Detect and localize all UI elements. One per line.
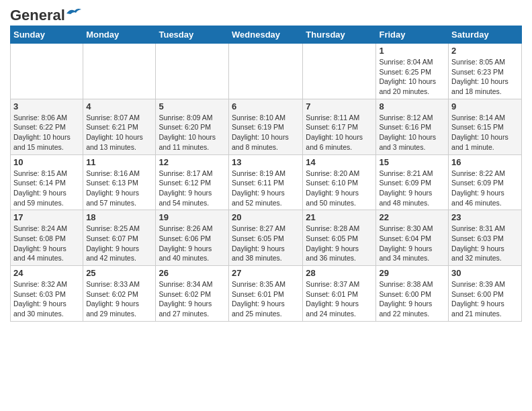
logo: General	[10, 7, 81, 20]
day-info: Sunrise: 8:28 AM Sunset: 6:05 PM Dayligh…	[306, 224, 373, 263]
day-info: Sunrise: 8:27 AM Sunset: 6:05 PM Dayligh…	[232, 224, 300, 263]
calendar-cell: 22Sunrise: 8:30 AM Sunset: 6:04 PM Dayli…	[376, 210, 449, 266]
day-number: 21	[306, 212, 373, 222]
logo-bird-icon	[66, 8, 81, 20]
calendar-cell: 26Sunrise: 8:34 AM Sunset: 6:02 PM Dayli…	[156, 266, 229, 322]
week-row-2: 3Sunrise: 8:06 AM Sunset: 6:22 PM Daylig…	[11, 99, 522, 154]
calendar-cell: 21Sunrise: 8:28 AM Sunset: 6:05 PM Dayli…	[303, 210, 376, 266]
day-number: 8	[379, 101, 445, 111]
day-info: Sunrise: 8:05 AM Sunset: 6:23 PM Dayligh…	[451, 57, 519, 97]
week-row-3: 10Sunrise: 8:15 AM Sunset: 6:14 PM Dayli…	[11, 154, 522, 210]
day-number: 3	[13, 101, 80, 111]
calendar-page: General SundayMondayTuesdayWednesdayThur…	[0, 0, 532, 332]
day-number: 12	[159, 157, 226, 167]
day-info: Sunrise: 8:07 AM Sunset: 6:21 PM Dayligh…	[86, 113, 152, 152]
day-info: Sunrise: 8:14 AM Sunset: 6:15 PM Dayligh…	[451, 113, 519, 152]
week-row-1: 1Sunrise: 8:04 AM Sunset: 6:25 PM Daylig…	[11, 44, 522, 99]
calendar-cell: 15Sunrise: 8:21 AM Sunset: 6:09 PM Dayli…	[376, 154, 449, 210]
day-number: 10	[13, 157, 80, 167]
calendar-cell: 6Sunrise: 8:10 AM Sunset: 6:19 PM Daylig…	[229, 99, 303, 154]
calendar-cell	[303, 44, 376, 99]
calendar-cell: 10Sunrise: 8:15 AM Sunset: 6:14 PM Dayli…	[11, 154, 83, 210]
calendar-cell: 8Sunrise: 8:12 AM Sunset: 6:16 PM Daylig…	[376, 99, 449, 154]
day-number: 2	[451, 46, 519, 56]
calendar-cell: 24Sunrise: 8:32 AM Sunset: 6:03 PM Dayli…	[11, 266, 83, 322]
calendar-cell: 5Sunrise: 8:09 AM Sunset: 6:20 PM Daylig…	[156, 99, 229, 154]
day-info: Sunrise: 8:22 AM Sunset: 6:09 PM Dayligh…	[451, 169, 519, 208]
calendar-cell: 27Sunrise: 8:35 AM Sunset: 6:01 PM Dayli…	[229, 266, 303, 322]
day-header-monday: Monday	[83, 26, 156, 44]
day-number: 22	[379, 212, 445, 222]
day-number: 24	[13, 268, 80, 278]
day-number: 4	[86, 101, 152, 111]
calendar-cell: 14Sunrise: 8:20 AM Sunset: 6:10 PM Dayli…	[303, 154, 376, 210]
day-number: 19	[159, 212, 226, 222]
week-row-5: 24Sunrise: 8:32 AM Sunset: 6:03 PM Dayli…	[11, 266, 522, 322]
calendar-cell: 13Sunrise: 8:19 AM Sunset: 6:11 PM Dayli…	[229, 154, 303, 210]
day-info: Sunrise: 8:35 AM Sunset: 6:01 PM Dayligh…	[232, 279, 300, 319]
day-number: 15	[379, 157, 445, 167]
day-number: 9	[451, 101, 519, 111]
day-info: Sunrise: 8:21 AM Sunset: 6:09 PM Dayligh…	[379, 169, 445, 208]
day-header-friday: Friday	[376, 26, 449, 44]
calendar-cell: 18Sunrise: 8:25 AM Sunset: 6:07 PM Dayli…	[83, 210, 156, 266]
day-number: 25	[86, 268, 152, 278]
calendar-cell: 28Sunrise: 8:37 AM Sunset: 6:01 PM Dayli…	[303, 266, 376, 322]
day-number: 7	[306, 101, 373, 111]
day-info: Sunrise: 8:06 AM Sunset: 6:22 PM Dayligh…	[13, 113, 80, 152]
calendar-cell: 19Sunrise: 8:26 AM Sunset: 6:06 PM Dayli…	[156, 210, 229, 266]
day-number: 26	[159, 268, 226, 278]
day-number: 30	[451, 268, 519, 278]
day-number: 17	[13, 212, 80, 222]
calendar-cell: 1Sunrise: 8:04 AM Sunset: 6:25 PM Daylig…	[376, 44, 449, 99]
calendar-cell: 20Sunrise: 8:27 AM Sunset: 6:05 PM Dayli…	[229, 210, 303, 266]
calendar-cell: 30Sunrise: 8:39 AM Sunset: 6:00 PM Dayli…	[449, 266, 522, 322]
day-info: Sunrise: 8:15 AM Sunset: 6:14 PM Dayligh…	[13, 169, 80, 208]
day-header-sunday: Sunday	[11, 26, 83, 44]
day-info: Sunrise: 8:33 AM Sunset: 6:02 PM Dayligh…	[86, 279, 152, 319]
day-info: Sunrise: 8:39 AM Sunset: 6:00 PM Dayligh…	[451, 279, 519, 319]
day-number: 16	[451, 157, 519, 167]
calendar-cell: 16Sunrise: 8:22 AM Sunset: 6:09 PM Dayli…	[449, 154, 522, 210]
calendar-cell	[156, 44, 229, 99]
day-number: 11	[86, 157, 152, 167]
days-header-row: SundayMondayTuesdayWednesdayThursdayFrid…	[11, 26, 522, 44]
calendar-cell: 7Sunrise: 8:11 AM Sunset: 6:17 PM Daylig…	[303, 99, 376, 154]
calendar-cell: 12Sunrise: 8:17 AM Sunset: 6:12 PM Dayli…	[156, 154, 229, 210]
day-info: Sunrise: 8:34 AM Sunset: 6:02 PM Dayligh…	[159, 279, 226, 319]
day-info: Sunrise: 8:30 AM Sunset: 6:04 PM Dayligh…	[379, 224, 445, 263]
calendar-cell: 29Sunrise: 8:38 AM Sunset: 6:00 PM Dayli…	[376, 266, 449, 322]
day-info: Sunrise: 8:38 AM Sunset: 6:00 PM Dayligh…	[379, 279, 445, 319]
calendar-cell: 25Sunrise: 8:33 AM Sunset: 6:02 PM Dayli…	[83, 266, 156, 322]
calendar-cell: 3Sunrise: 8:06 AM Sunset: 6:22 PM Daylig…	[11, 99, 83, 154]
day-info: Sunrise: 8:26 AM Sunset: 6:06 PM Dayligh…	[159, 224, 226, 263]
day-info: Sunrise: 8:19 AM Sunset: 6:11 PM Dayligh…	[232, 169, 300, 208]
day-number: 1	[379, 46, 445, 56]
day-number: 27	[232, 268, 300, 278]
day-header-thursday: Thursday	[303, 26, 376, 44]
day-number: 29	[379, 268, 445, 278]
day-info: Sunrise: 8:11 AM Sunset: 6:17 PM Dayligh…	[306, 113, 373, 152]
calendar-cell: 11Sunrise: 8:16 AM Sunset: 6:13 PM Dayli…	[83, 154, 156, 210]
header: General	[10, 7, 522, 20]
calendar-cell: 4Sunrise: 8:07 AM Sunset: 6:21 PM Daylig…	[83, 99, 156, 154]
day-number: 6	[232, 101, 300, 111]
day-number: 5	[159, 101, 226, 111]
day-number: 18	[86, 212, 152, 222]
calendar-cell	[83, 44, 156, 99]
day-number: 13	[232, 157, 300, 167]
day-info: Sunrise: 8:25 AM Sunset: 6:07 PM Dayligh…	[86, 224, 152, 263]
day-info: Sunrise: 8:24 AM Sunset: 6:08 PM Dayligh…	[13, 224, 80, 263]
day-info: Sunrise: 8:20 AM Sunset: 6:10 PM Dayligh…	[306, 169, 373, 208]
calendar-table: SundayMondayTuesdayWednesdayThursdayFrid…	[10, 26, 522, 322]
day-info: Sunrise: 8:37 AM Sunset: 6:01 PM Dayligh…	[306, 279, 373, 319]
day-info: Sunrise: 8:31 AM Sunset: 6:03 PM Dayligh…	[451, 224, 519, 263]
day-info: Sunrise: 8:12 AM Sunset: 6:16 PM Dayligh…	[379, 113, 445, 152]
day-number: 23	[451, 212, 519, 222]
day-header-saturday: Saturday	[449, 26, 522, 44]
calendar-cell	[11, 44, 83, 99]
calendar-cell: 9Sunrise: 8:14 AM Sunset: 6:15 PM Daylig…	[449, 99, 522, 154]
day-info: Sunrise: 8:32 AM Sunset: 6:03 PM Dayligh…	[13, 279, 80, 319]
day-number: 14	[306, 157, 373, 167]
calendar-cell: 2Sunrise: 8:05 AM Sunset: 6:23 PM Daylig…	[449, 44, 522, 99]
